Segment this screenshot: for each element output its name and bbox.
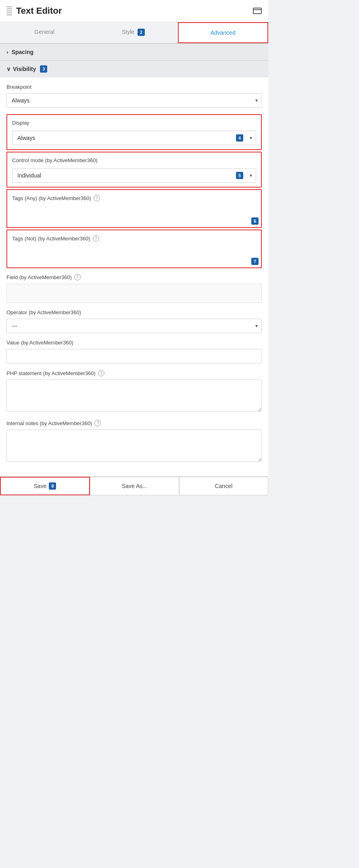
operator-select[interactable]: --- equals not equals contains not conta… [6,319,262,333]
php-statement-help-icon[interactable]: ? [98,370,104,376]
save-as-label: Save As... [122,483,147,489]
php-statement-label: PHP statement (by ActiveMember360) ? [6,370,262,376]
internal-notes-textarea[interactable] [6,430,262,462]
tags-not-input-area[interactable]: 7 [7,246,261,267]
display-label: Display [7,115,261,127]
tags-any-label: Tags (Any) (by ActiveMember360) ? [7,190,261,203]
breakpoint-select-wrapper: Always Desktop Tablet Mobile ▾ [6,93,262,108]
display-select[interactable]: Always Never Logged In Logged Out [12,131,256,145]
control-mode-label: Control mode (by ActiveMember360) [7,152,261,165]
php-statement-field-group: PHP statement (by ActiveMember360) ? [6,370,262,413]
tags-not-label: Tags (Not) (by ActiveMember360) ? [7,230,261,243]
breakpoint-label: Breakpoint [6,84,262,90]
php-statement-textarea[interactable] [6,380,262,412]
spacing-section-header[interactable]: › Spacing [0,44,268,61]
visibility-content: Breakpoint Always Desktop Tablet Mobile … [0,77,268,476]
spacing-label: Spacing [12,49,33,55]
control-mode-bordered-section: Control mode (by ActiveMember360) Indivi… [6,152,262,188]
value-input[interactable] [6,349,262,363]
visibility-section-header[interactable]: ∨ Visibility 3 [0,61,268,77]
panel: Text Editor General Style 2 Advanced › S… [0,0,268,495]
field-field-group: Field (by ActiveMember360) ? [6,274,262,303]
display-select-with-badge: Always Never Logged In Logged Out 4 ▾ [12,131,256,145]
tags-not-badge: 7 [251,258,259,265]
visibility-badge: 3 [40,65,47,73]
display-badge: 4 [236,134,243,142]
tab-advanced[interactable]: Advanced [178,22,268,43]
tab-style[interactable]: Style 2 [89,22,177,43]
style-tab-badge: 2 [138,29,145,36]
operator-select-wrapper: --- equals not equals contains not conta… [6,319,262,333]
drag-handle[interactable] [6,6,12,15]
display-select-wrapper: Always Never Logged In Logged Out 4 ▾ [7,131,261,149]
operator-label: Operator (by ActiveMember360) [6,309,262,315]
breakpoint-select[interactable]: Always Desktop Tablet Mobile [6,93,262,108]
field-label: Field (by ActiveMember360) ? [6,274,262,280]
header: Text Editor [0,0,268,22]
field-input-area[interactable] [6,284,262,303]
footer: Save 8 Save As... Cancel [0,476,268,495]
control-mode-select-with-badge: Individual Group Role 5 ▾ [12,168,256,183]
tabs-bar: General Style 2 Advanced [0,22,268,44]
tags-not-help-icon[interactable]: ? [93,235,99,242]
header-left: Text Editor [6,6,62,16]
internal-notes-label: Internal notes (by ActiveMember360) ? [6,420,262,426]
cancel-label: Cancel [215,483,233,489]
save-label: Save [34,483,47,489]
display-bordered-section: Display Always Never Logged In Logged Ou… [6,114,262,150]
save-button[interactable]: Save 8 [0,477,90,495]
control-mode-select-wrapper: Individual Group Role 5 ▾ [7,168,261,187]
tags-not-bordered-section: Tags (Not) (by ActiveMember360) ? 7 [6,230,262,268]
operator-field-group: Operator (by ActiveMember360) --- equals… [6,309,262,333]
panel-title: Text Editor [16,6,62,16]
internal-notes-help-icon[interactable]: ? [94,420,101,426]
tags-any-badge: 6 [251,217,259,225]
control-mode-select[interactable]: Individual Group Role [12,168,256,183]
value-label: Value (by ActiveMember360) [6,340,262,346]
visibility-chevron: ∨ [6,66,10,72]
spacing-chevron: › [6,49,8,55]
tags-any-input-area[interactable]: 6 [7,206,261,227]
breakpoint-field-group: Breakpoint Always Desktop Tablet Mobile … [6,84,262,108]
tags-any-help-icon[interactable]: ? [94,195,100,201]
tags-any-bordered-section: Tags (Any) (by ActiveMember360) ? 6 [6,189,262,228]
save-as-button[interactable]: Save As... [90,477,179,495]
internal-notes-field-group: Internal notes (by ActiveMember360) ? [6,420,262,463]
save-badge: 8 [49,482,56,490]
tab-general[interactable]: General [0,22,89,43]
visibility-label: Visibility [13,66,36,72]
field-help-icon[interactable]: ? [74,274,81,280]
cancel-button[interactable]: Cancel [179,477,268,495]
window-icon[interactable] [253,8,262,14]
control-mode-badge: 5 [236,172,243,179]
value-field-group: Value (by ActiveMember360) [6,340,262,363]
